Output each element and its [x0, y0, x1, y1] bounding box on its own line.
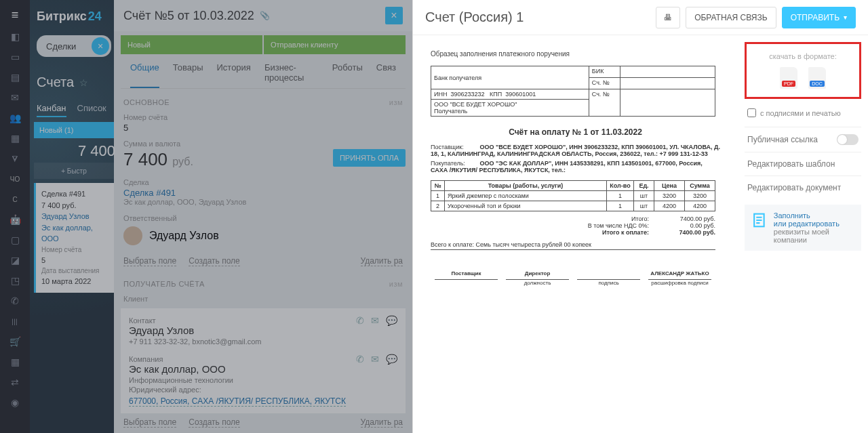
nav-icon-cart[interactable]: 🛒 [9, 335, 21, 348]
create-field[interactable]: Создать поле [189, 256, 240, 266]
nav-icon-2[interactable]: ▭ [9, 51, 21, 63]
responsible-label: Ответственный [114, 213, 412, 224]
doc-side-panel: скачать в формате: PDF DOC с подписями и… [738, 35, 868, 433]
panel-title: Счета ☆ [37, 75, 88, 90]
client-label: Клиент [114, 293, 412, 304]
tab-links[interactable]: Связ [376, 62, 396, 88]
nav-icon-robot[interactable]: 🤖 [9, 213, 21, 226]
public-link-row[interactable]: Публичная ссылка [745, 127, 861, 152]
kanban-total: 7 400 [7, 142, 115, 160]
tab-history[interactable]: История [216, 62, 250, 88]
select-field[interactable]: Выбрать поле [123, 256, 176, 266]
send-button[interactable]: ОТПРАВИТЬ▾ [782, 7, 856, 28]
phone-icon[interactable]: ✆ [356, 315, 364, 326]
legal-label: Юридический адрес: [129, 386, 397, 394]
deals-tab[interactable]: Сделки × [37, 35, 111, 57]
card-date: 10 марта 2022 [41, 276, 108, 287]
card-num-label: Номер счёта [41, 245, 108, 255]
nav-icon-b[interactable]: ◪ [9, 254, 21, 266]
signatures: Поставщик Директордолжность подпись АЛЕК… [431, 270, 715, 286]
deal-link[interactable]: Сделка #491 [114, 188, 412, 198]
contact-sub: +7 911 323-32-32, bxnotic3@gmail.com [129, 337, 397, 346]
section-recipient: ПОЛУЧАТЕЛЬ СЧЁТАизм [114, 270, 412, 293]
hamburger-icon[interactable]: ≡ [12, 8, 19, 22]
create-field-2[interactable]: Создать поле [189, 417, 240, 428]
stage-new[interactable]: Новый [121, 35, 262, 54]
document-icon [751, 211, 768, 230]
view-tabs: Канбан Список [37, 103, 106, 117]
accept-payment-button[interactable]: ПРИНЯТЬ ОПЛА [333, 149, 406, 167]
tab-general[interactable]: Общие [130, 62, 159, 88]
kanban-card[interactable]: Сделка #491 7 400 руб. Эдуард Узлов Эс к… [34, 183, 114, 293]
company-name[interactable]: Эс как доллар, ООО [129, 363, 397, 375]
fill-requisites-box[interactable]: Заполнитьили редактироватьреквизиты моей… [745, 205, 861, 251]
download-pdf[interactable]: PDF [780, 67, 797, 89]
card-title: Сделка #491 [41, 188, 108, 200]
deal-sub: Эс как доллар, ООО, Эдуард Узлов [114, 198, 412, 213]
delete-section[interactable]: Удалить ра [361, 256, 403, 266]
feedback-button[interactable]: ОБРАТНАЯ СВЯЗЬ [686, 7, 776, 28]
doc-preview: Образец заполнения платежного поручения … [413, 35, 738, 433]
nav-icon-sliders[interactable]: ⇄ [9, 376, 21, 388]
doc-title: Счет (Россия) 1 [425, 9, 524, 25]
clip-icon[interactable]: 📎 [260, 11, 270, 20]
nav-icon-grid[interactable]: ▦ [9, 356, 21, 368]
tab-list[interactable]: Список [77, 103, 106, 117]
stage-pill-new[interactable]: Новый (1) [34, 122, 114, 138]
doc-main-title: Счёт на оплату № 1 от 11.03.2022 [431, 127, 720, 137]
mail-icon-2[interactable]: ✉ [371, 354, 379, 365]
tab-products[interactable]: Товары [173, 62, 203, 88]
table-row: 1Яркий джемпер с полосками1шт32003200 [431, 191, 715, 201]
invoice-close-icon[interactable]: × [385, 7, 403, 24]
phone-icon-2[interactable]: ✆ [356, 354, 364, 365]
nav-icon-people[interactable]: 👥 [9, 112, 21, 124]
download-doc[interactable]: DOC [808, 67, 826, 89]
nav-icon-chat[interactable]: ◉ [9, 396, 21, 409]
edit-template-link[interactable]: Редактировать шаблон [745, 152, 861, 176]
delete-section-2[interactable]: Удалить ра [361, 417, 403, 428]
responsible[interactable]: Эдуард Узлов [114, 224, 412, 252]
num-value: 5 [114, 123, 412, 138]
avatar [123, 226, 142, 245]
items-table: №Товары (работы, услуги)Кол-воЕд.ЦенаСум… [431, 180, 715, 211]
deals-tab-close-icon[interactable]: × [92, 37, 109, 55]
nav-icon-c[interactable]: ◳ [9, 274, 21, 287]
chat-icon-2[interactable]: 💬 [386, 354, 397, 365]
stage-sent[interactable]: Отправлен клиенту [264, 35, 406, 54]
select-field-2[interactable]: Выбрать поле [123, 417, 176, 428]
card-sum: 7 400 руб. [41, 200, 108, 211]
chat-icon[interactable]: 💬 [386, 315, 397, 326]
edit-recipient[interactable]: изм [389, 280, 403, 288]
edit-main[interactable]: изм [389, 98, 403, 106]
nav-icon-chart[interactable]: ⫼ [9, 315, 21, 327]
public-link-toggle[interactable] [837, 134, 859, 145]
star-icon[interactable]: ☆ [79, 77, 88, 88]
print-icon: 🖶 [664, 13, 672, 22]
tab-kanban[interactable]: Канбан [37, 103, 66, 117]
nav-icon-1[interactable]: ◧ [9, 30, 21, 43]
legal-address[interactable]: 677000, Россия, САХА /ЯКУТИЯ/ РЕСПУБЛИКА… [129, 396, 346, 407]
totals: Итого:7400.00 руб. В том числе НДС 0%:0.… [431, 215, 715, 236]
nav-text-cho[interactable]: ЧО [9, 173, 21, 185]
nav-text-c[interactable]: С [9, 193, 21, 205]
stamp-checkbox[interactable]: с подписями и печатью [745, 99, 861, 127]
nav-icon-a[interactable]: ▢ [9, 234, 21, 246]
nav-icon-phone[interactable]: ✆ [9, 295, 21, 307]
chevron-down-icon: ▾ [844, 14, 847, 21]
mail-icon[interactable]: ✉ [371, 315, 379, 326]
nav-icon-mail[interactable]: ✉ [9, 91, 21, 104]
edit-document-link[interactable]: Редактировать документ [745, 176, 861, 199]
supplier-line: Поставщик: ООО "ВСЕ БУДЕТ ХОРОШО", ИНН 3… [431, 144, 720, 157]
nav-icon-3[interactable]: ▤ [9, 71, 21, 83]
invoice-tabs: Общие Товары История Бизнес-процессы Роб… [121, 58, 406, 89]
contact-name[interactable]: Эдуард Узлов [129, 325, 397, 336]
card-company: Эс как доллар, ООО [41, 222, 108, 245]
print-button[interactable]: 🖶 [656, 7, 680, 28]
card-date-label: Дата выставления [41, 266, 108, 276]
doc-caption: Образец заполнения платежного поручения [431, 50, 720, 58]
tab-robots[interactable]: Роботы [332, 62, 363, 88]
left-rail: ≡ ◧ ▭ ▤ ✉ 👥 ▦ ⛛ ЧО С 🤖 ▢ ◪ ◳ ✆ ⫼ 🛒 ▦ ⇄ ◉ [0, 0, 30, 433]
quick-add-button[interactable]: + Быстр [34, 163, 114, 179]
invoice-panel: Счёт №5 от 10.03.2022 📎 × Новый Отправле… [114, 0, 412, 433]
tab-bp[interactable]: Бизнес-процессы [264, 62, 319, 88]
